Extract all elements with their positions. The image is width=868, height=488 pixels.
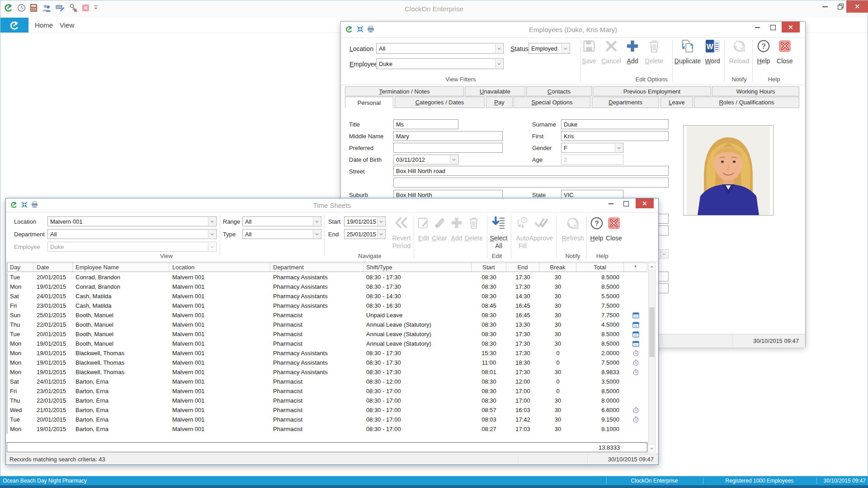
ts-department-select[interactable]: All xyxy=(47,229,217,239)
chevron-down-icon[interactable] xyxy=(660,250,668,258)
col-start[interactable]: Start xyxy=(472,263,506,272)
word-button[interactable]: W Word xyxy=(703,39,722,65)
duplicate-button[interactable]: Duplicate xyxy=(674,39,702,65)
chevron-down-icon[interactable] xyxy=(313,230,321,238)
table-row[interactable]: Mon19/01/2015Blackwell, ThomasMalvern 00… xyxy=(7,358,647,367)
employees-minimize-button[interactable] xyxy=(750,22,764,33)
chevron-down-icon[interactable] xyxy=(208,217,216,225)
tab-departments[interactable]: Departments xyxy=(592,97,659,108)
table-row[interactable]: Fri23/01/2015Barton, ErnaMalvern 001Phar… xyxy=(7,386,647,396)
help-button[interactable]: ? Help xyxy=(755,39,772,65)
tab-categories-dates[interactable]: Categories / Dates xyxy=(395,97,485,108)
employees-status-select[interactable]: Employed xyxy=(528,43,570,54)
ts-range-select[interactable]: All xyxy=(242,216,321,226)
table-row[interactable]: Thu22/01/2015Booth, ManuelMalvern 001Pha… xyxy=(7,320,647,329)
table-row[interactable]: Fri23/01/2015Cash, MatildaMalvern 001Pha… xyxy=(7,301,647,310)
chevron-down-icon[interactable] xyxy=(313,217,321,225)
timesheet-table-header[interactable]: Day Date Employee Name Location Departme… xyxy=(7,263,647,272)
tab-personal[interactable]: Personal xyxy=(345,97,393,108)
print-icon[interactable] xyxy=(367,26,374,33)
tab-termination-notes[interactable]: Termination / Notes xyxy=(345,86,464,96)
table-row[interactable]: Sun25/01/2015Booth, ManuelMalvern 001Pha… xyxy=(7,310,647,320)
gender-select[interactable]: F xyxy=(561,143,623,153)
table-row[interactable]: Mon19/01/2015Booth, ManuelMalvern 001Pha… xyxy=(7,339,647,348)
tab-working-hours[interactable]: Working Hours xyxy=(712,86,799,96)
scroll-thumb[interactable] xyxy=(649,307,655,357)
table-row[interactable]: Mon19/01/2015Barton, ErnaMalvern 001Phar… xyxy=(7,424,647,434)
clock-icon[interactable] xyxy=(17,4,26,12)
add-button[interactable]: Add xyxy=(623,39,642,65)
table-row[interactable]: Mon19/01/2015Blackwell, ThomasMalvern 00… xyxy=(7,367,647,377)
chevron-down-icon[interactable] xyxy=(377,217,385,225)
select-all-button[interactable]: Select All xyxy=(488,216,509,250)
table-row[interactable]: Sat24/01/2015Barton, ErnaMalvern 001Phar… xyxy=(7,377,647,386)
col-day[interactable]: Day xyxy=(7,263,34,272)
employees-close-button[interactable]: ✕ xyxy=(782,22,800,33)
col-break[interactable]: Break xyxy=(539,263,576,272)
col-department[interactable]: Department xyxy=(270,263,363,272)
ts-type-select[interactable]: All xyxy=(242,229,321,239)
chevron-down-icon[interactable] xyxy=(377,230,385,238)
timesheets-close-button[interactable]: ✕ xyxy=(636,198,654,208)
col-flags[interactable]: * xyxy=(624,263,647,272)
table-row[interactable]: Tue20/01/2015Barton, ErnaMalvern 001Phar… xyxy=(7,415,647,424)
col-total[interactable]: Total xyxy=(576,263,624,272)
surname-field[interactable]: Duke xyxy=(561,119,669,129)
customize-toolbar-icon[interactable] xyxy=(94,5,98,10)
tab-special-options[interactable]: Special Options xyxy=(514,97,590,108)
close-button[interactable]: Close xyxy=(774,39,795,65)
tab-roles-qualifications[interactable]: Roles / Qualifications xyxy=(694,97,799,108)
employees-maximize-button[interactable] xyxy=(766,22,780,33)
table-row[interactable]: Tue20/01/2015Booth, ManuelMalvern 001Pha… xyxy=(7,329,647,339)
chevron-down-icon[interactable] xyxy=(495,59,503,68)
street-field[interactable]: Box Hill North road xyxy=(393,166,669,176)
timesheets-minimize-button[interactable] xyxy=(604,198,618,209)
chevron-down-icon[interactable] xyxy=(208,230,216,238)
remove-icon[interactable] xyxy=(82,4,90,12)
ts-help-button[interactable]: ? Help xyxy=(588,216,605,242)
ts-location-select[interactable]: Malvern 001 xyxy=(47,216,217,226)
middle-name-field[interactable]: Mary xyxy=(393,131,503,141)
print-icon[interactable] xyxy=(31,202,38,208)
clockon-logo-icon[interactable] xyxy=(4,3,13,12)
messages-icon[interactable] xyxy=(55,4,65,12)
collapse-window-icon[interactable] xyxy=(21,202,28,208)
chevron-down-icon[interactable] xyxy=(495,44,503,53)
chevron-down-icon[interactable] xyxy=(615,144,623,152)
table-row[interactable]: Mon19/01/2015Blackwell, ThomasMalvern 00… xyxy=(7,348,647,358)
chevron-down-icon[interactable] xyxy=(450,155,458,164)
tab-unavailable[interactable]: Unavailable xyxy=(465,86,525,96)
title-field[interactable]: Ms xyxy=(393,119,458,129)
dob-field[interactable]: 03/11/2012 xyxy=(393,155,458,164)
col-date[interactable]: Date xyxy=(34,263,73,272)
main-close-button[interactable]: ✕ xyxy=(846,0,868,13)
timesheets-maximize-button[interactable] xyxy=(619,198,633,209)
access-key-icon[interactable] xyxy=(69,3,78,12)
ribbon-app-button[interactable] xyxy=(0,18,28,33)
calculator-icon[interactable] xyxy=(30,4,38,12)
employees-location-select[interactable]: All xyxy=(376,43,504,54)
ts-start-date[interactable]: 19/01/2015 xyxy=(344,216,386,226)
ribbon-tab-home[interactable]: Home xyxy=(35,18,53,33)
col-location[interactable]: Location xyxy=(170,263,270,272)
tab-contacts[interactable]: Contacts xyxy=(526,86,592,96)
preferred-field[interactable] xyxy=(393,143,503,153)
tab-leave[interactable]: Leave xyxy=(660,97,693,108)
table-row[interactable]: Thu22/01/2015Barton, ErnaMalvern 001Phar… xyxy=(7,396,647,405)
table-row[interactable]: Sat24/01/2015Cash, MatildaMalvern 001Pha… xyxy=(7,291,647,301)
table-row[interactable]: Wed21/01/2015Barton, ErnaMalvern 001Phar… xyxy=(7,405,647,415)
chevron-down-icon[interactable] xyxy=(561,44,569,53)
tab-previous-employment[interactable]: Previous Employment xyxy=(593,86,711,96)
col-end[interactable]: End xyxy=(506,263,539,272)
ribbon-tab-view[interactable]: View xyxy=(60,18,74,33)
table-row[interactable]: Mon19/01/2015Conrad, BrandonMalvern 001P… xyxy=(7,282,647,291)
scroll-down-button[interactable] xyxy=(649,444,655,452)
col-shift-type[interactable]: Shift/Type xyxy=(363,263,472,272)
main-minimize-button[interactable] xyxy=(818,0,832,13)
ts-end-date[interactable]: 25/01/2015 xyxy=(344,229,386,239)
col-employee-name[interactable]: Employee Name xyxy=(73,263,170,272)
collapse-window-icon[interactable] xyxy=(357,26,363,33)
tab-pay[interactable]: Pay xyxy=(486,97,513,108)
street2-field[interactable] xyxy=(393,178,669,188)
ts-close-button[interactable]: Close xyxy=(604,216,624,242)
